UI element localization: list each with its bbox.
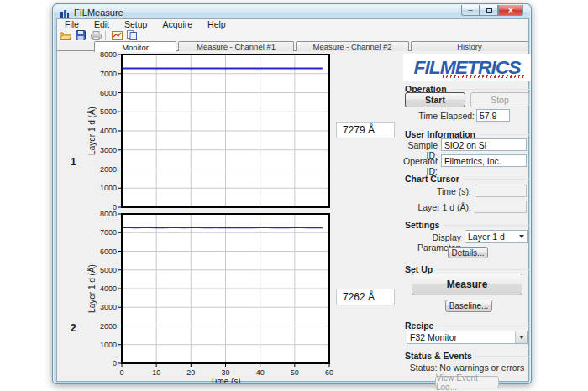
- time-elapsed-label: Time Elapsed:: [407, 111, 475, 121]
- svg-text:1000: 1000: [100, 341, 117, 349]
- baseline-button[interactable]: Baseline...: [445, 300, 492, 312]
- copy-icon[interactable]: [125, 30, 139, 41]
- chevron-down-icon: [519, 235, 524, 238]
- svg-text:4000: 4000: [100, 284, 117, 293]
- toolbar: [57, 29, 528, 41]
- svg-text:40: 40: [256, 368, 265, 377]
- svg-text:50: 50: [291, 368, 299, 377]
- svg-text:6000: 6000: [100, 89, 117, 97]
- cursor-time-field: [475, 185, 527, 197]
- channel-1-readout: 7279 Å: [336, 122, 395, 138]
- channel-2-label: 2: [71, 322, 76, 334]
- chevron-down-icon: [519, 336, 524, 339]
- maximize-button[interactable]: [480, 5, 498, 16]
- window-title: FILMeasure: [74, 8, 123, 18]
- recipe-dropdown[interactable]: F32 Monitor: [407, 331, 528, 344]
- tab-monitor[interactable]: Monitor: [94, 41, 176, 52]
- display-parameter-value: Layer 1 d: [465, 232, 519, 242]
- start-button[interactable]: Start: [405, 92, 465, 107]
- snapshot-icon[interactable]: [110, 30, 123, 41]
- time-elapsed-value: 57.9: [476, 109, 510, 122]
- svg-text:5000: 5000: [100, 107, 117, 116]
- app-window: FILMeasure – × File Edit Setup Acquire H…: [52, 3, 532, 384]
- channel-1-label: 1: [71, 156, 76, 168]
- channel-2-chart[interactable]: 0100020003000400050006000700080000102030…: [86, 211, 336, 383]
- logo-hatch-marks: [443, 75, 525, 78]
- menu-edit[interactable]: Edit: [87, 19, 117, 29]
- svg-text:2000: 2000: [100, 322, 117, 331]
- cursor-time-label: Time (s):: [403, 186, 471, 196]
- status-events-header: Status & Events: [405, 351, 529, 361]
- chart-cursor-header: Chart Cursor: [405, 174, 529, 184]
- close-icon: ×: [508, 6, 513, 15]
- status-text: Status: No warnings or errors: [403, 362, 531, 373]
- operator-id-field[interactable]: Filmetrics, Inc.: [441, 154, 527, 167]
- menu-help[interactable]: Help: [200, 19, 234, 29]
- svg-text:Time (s): Time (s): [210, 377, 240, 383]
- client-area: File Edit Setup Acquire Help: [56, 18, 529, 382]
- svg-text:60: 60: [325, 368, 333, 377]
- view-event-log-button[interactable]: View Event Log...: [435, 376, 499, 388]
- recipe-dropdown-button[interactable]: [515, 331, 527, 343]
- channel-2-readout: 7262 Å: [336, 289, 395, 305]
- svg-text:6000: 6000: [100, 248, 117, 256]
- settings-header: Settings: [405, 220, 529, 230]
- menu-acquire[interactable]: Acquire: [155, 19, 200, 29]
- save-icon[interactable]: [74, 30, 87, 41]
- svg-text:0: 0: [113, 359, 117, 368]
- recipe-header: Recipe: [405, 321, 529, 331]
- svg-text:5000: 5000: [100, 266, 117, 274]
- window-controls: – ×: [461, 5, 523, 16]
- monitor-page: 1 2 010002000300040005000600070008000Lay…: [57, 52, 528, 381]
- svg-text:7000: 7000: [100, 70, 117, 78]
- tab-history[interactable]: History: [411, 41, 528, 51]
- svg-text:4000: 4000: [100, 127, 117, 135]
- svg-text:7000: 7000: [100, 228, 117, 237]
- menu-file[interactable]: File: [57, 19, 87, 29]
- svg-text:0: 0: [119, 368, 123, 377]
- title-bar[interactable]: FILMeasure – ×: [54, 5, 530, 19]
- control-panel: FILMETRICS Operation Start Stop Time Ela…: [403, 52, 531, 381]
- desktop: FILMeasure – × File Edit Setup Acquire H…: [0, 0, 588, 391]
- svg-text:10: 10: [152, 368, 160, 377]
- menu-setup[interactable]: Setup: [117, 19, 155, 29]
- details-button[interactable]: Details...: [448, 247, 488, 258]
- toolbar-separator: [105, 31, 106, 40]
- menu-bar: File Edit Setup Acquire Help: [57, 19, 528, 29]
- app-icon: [60, 8, 70, 18]
- maximize-icon: [486, 8, 492, 13]
- sample-id-field[interactable]: SiO2 on Si: [441, 138, 527, 151]
- svg-text:2000: 2000: [100, 165, 117, 174]
- svg-text:3000: 3000: [100, 146, 117, 154]
- measure-button[interactable]: Measure: [412, 274, 522, 295]
- cursor-layer-label: Layer 1 d (Å):: [403, 202, 471, 212]
- minimize-button[interactable]: –: [461, 5, 480, 16]
- open-icon[interactable]: [59, 30, 72, 41]
- recipe-value: F32 Monitor: [407, 332, 515, 342]
- svg-text:3000: 3000: [100, 303, 117, 311]
- svg-text:30: 30: [221, 368, 229, 377]
- print-icon[interactable]: [89, 30, 102, 41]
- svg-text:Layer 1 d (Å): Layer 1 d (Å): [87, 107, 97, 155]
- close-button[interactable]: ×: [498, 5, 523, 16]
- svg-text:Layer 1 d (Å): Layer 1 d (Å): [87, 264, 97, 313]
- display-parameter-dropdown[interactable]: Layer 1 d: [465, 230, 528, 243]
- channel-1-chart[interactable]: 010002000300040005000600070008000Layer 1…: [86, 50, 336, 217]
- svg-text:20: 20: [186, 368, 195, 377]
- svg-text:8000: 8000: [100, 211, 117, 218]
- minimize-icon: –: [468, 6, 472, 14]
- stop-button[interactable]: Stop: [470, 92, 529, 107]
- filmetrics-logo: FILMETRICS: [403, 54, 531, 81]
- svg-text:1000: 1000: [100, 184, 117, 192]
- cursor-layer-field: [475, 201, 527, 213]
